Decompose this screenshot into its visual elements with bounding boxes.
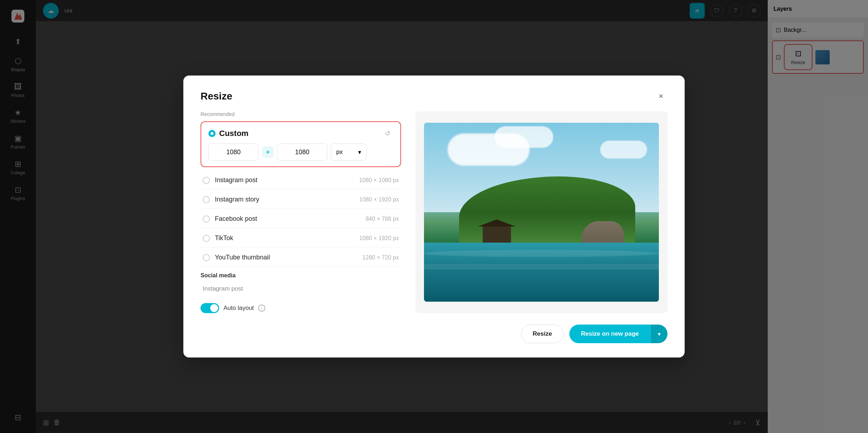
auto-layout-toggle[interactable] (201, 303, 219, 313)
preset-youtube-thumbnail[interactable]: YouTube thumbnail 1280 × 720 px (201, 249, 401, 267)
refresh-button[interactable]: ↺ (382, 128, 393, 139)
youtube-thumbnail-radio[interactable] (203, 254, 210, 261)
preset-tiktok[interactable]: TikTok 1080 × 1920 px (201, 229, 401, 247)
instagram-post-name: Instagram post (215, 176, 359, 184)
modal-overlay: Resize × Recommended Custom ↺ (0, 0, 868, 433)
preview-image (424, 123, 659, 302)
close-button[interactable]: × (655, 90, 667, 103)
preset-instagram-story[interactable]: Instagram story 1080 × 1920 px (201, 191, 401, 209)
instagram-story-size: 1080 × 1920 px (359, 196, 399, 203)
dialog-footer: Resize Resize on new page ▾ (201, 322, 667, 343)
dimension-inputs: px ▾ (208, 143, 393, 161)
tiktok-radio[interactable] (203, 235, 210, 242)
custom-label: Custom (219, 129, 249, 138)
social-instagram-post[interactable]: Instagram post (201, 282, 401, 296)
dialog-title: Resize (201, 91, 232, 102)
instagram-story-name: Instagram story (215, 196, 359, 203)
tiktok-name: TikTok (215, 234, 359, 242)
instagram-story-radio[interactable] (203, 196, 210, 203)
resize-dialog: Resize × Recommended Custom ↺ (183, 76, 685, 357)
custom-label-row: Custom (208, 129, 249, 138)
resize-dropdown-button[interactable]: ▾ (650, 325, 667, 343)
auto-layout-row: Auto layout i (201, 297, 401, 313)
facebook-post-size: 940 × 788 px (366, 216, 399, 222)
resize-button[interactable]: Resize (521, 325, 564, 343)
social-media-section: Social media Instagram post (201, 272, 401, 296)
auto-layout-info[interactable]: i (258, 305, 265, 312)
dropdown-arrow-icon: ▾ (658, 331, 661, 337)
preview-panel (415, 111, 667, 313)
width-input[interactable] (208, 143, 259, 161)
custom-radio[interactable] (208, 130, 216, 137)
unit-value: px (336, 149, 343, 156)
auto-layout-label: Auto layout (223, 305, 254, 312)
facebook-post-name: Facebook post (215, 215, 366, 223)
tiktok-size: 1080 × 1920 px (359, 235, 399, 242)
link-dimensions-icon[interactable] (262, 146, 274, 158)
youtube-thumbnail-size: 1280 × 720 px (362, 254, 399, 261)
recommended-label: Recommended (201, 111, 401, 117)
preset-facebook-post[interactable]: Facebook post 940 × 788 px (201, 210, 401, 228)
height-input[interactable] (277, 143, 327, 161)
preset-instagram-post[interactable]: Instagram post 1080 × 1080 px (201, 171, 401, 189)
youtube-thumbnail-name: YouTube thumbnail (215, 254, 362, 261)
dialog-header: Resize × (201, 90, 667, 103)
custom-option[interactable]: Custom ↺ px ▾ (201, 121, 401, 167)
instagram-post-size: 1080 × 1080 px (359, 177, 399, 184)
resize-on-new-page-button[interactable]: Resize on new page (569, 325, 650, 343)
unit-selector[interactable]: px ▾ (331, 143, 367, 161)
social-media-label: Social media (201, 272, 401, 279)
unit-dropdown-icon: ▾ (358, 149, 361, 156)
custom-header: Custom ↺ (208, 128, 393, 139)
instagram-post-radio[interactable] (203, 177, 210, 184)
facebook-post-radio[interactable] (203, 215, 210, 223)
resize-options: Recommended Custom ↺ (201, 111, 401, 313)
dialog-body: Recommended Custom ↺ (201, 111, 667, 313)
social-instagram-name: Instagram post (203, 285, 243, 292)
resize-new-btn-group: Resize on new page ▾ (569, 325, 667, 343)
